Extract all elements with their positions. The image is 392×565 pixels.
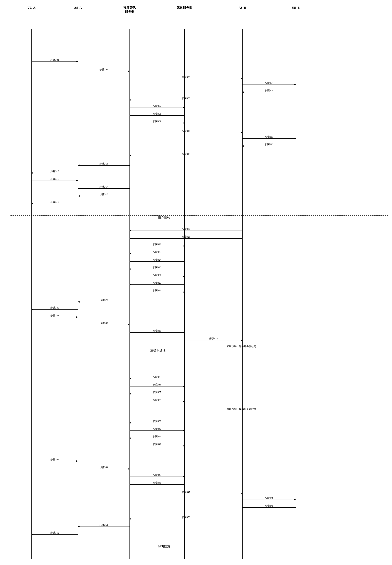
arrow-s348 — [242, 500, 296, 500]
arrow-label-s320: 步骤320 — [179, 227, 193, 231]
arrow-label-s315: 步骤315 — [47, 170, 62, 173]
arrow-label-s338: 步骤338 — [150, 398, 164, 402]
arrow-label-s337: 步骤337 — [150, 391, 164, 394]
arrow-label-s331: 步骤331 — [47, 314, 62, 317]
arrow-label-s345: 步骤345 — [150, 473, 164, 477]
arrow-s314 — [78, 165, 129, 166]
arrow-s312 — [242, 146, 296, 146]
arrow-label-s343: 步骤343 — [47, 458, 62, 461]
arrow-label-s351: 步骤351 — [97, 523, 111, 527]
arrow-label-s347: 步骤347 — [179, 491, 193, 494]
section-label-2: 呼叫结束 — [152, 545, 176, 549]
arrow-label-s316: 步骤316 — [47, 177, 62, 181]
arrow-s306 — [129, 100, 242, 100]
annotation-1: 被叫按键，媒体服务器收号 — [227, 407, 256, 411]
arrow-label-s332: 步骤332 — [97, 321, 111, 325]
arrow-label-s319: 步骤319 — [47, 200, 62, 204]
arrow-s347 — [129, 494, 242, 494]
arrow-s351 — [78, 526, 129, 527]
arrow-label-s348: 步骤348 — [262, 496, 276, 500]
arrow-label-s307: 步骤307 — [150, 104, 164, 108]
arrow-s310 — [129, 133, 242, 133]
annotation-0: 被叫按键，媒体服务器收号 — [227, 345, 256, 348]
arrow-label-s350: 步骤350 — [179, 516, 193, 519]
arrow-s315 — [31, 173, 78, 173]
arrow-s323 — [129, 254, 184, 254]
arrow-s328 — [129, 292, 184, 292]
arrow-s344 — [78, 469, 129, 469]
sequence-diagram: UE_AAS_A视频替代 服务器媒体服务器AS_BUE_B用户振铃主被叫通话呼叫… — [0, 0, 392, 565]
arrow-s304 — [242, 85, 296, 85]
arrow-label-s325: 步骤325 — [150, 266, 164, 269]
arrow-label-s301: 步骤301 — [47, 58, 62, 62]
arrow-s321 — [129, 238, 242, 239]
arrow-label-s313: 步骤313 — [179, 152, 193, 156]
arrow-label-s326: 步骤326 — [150, 273, 164, 277]
arrow-label-s322: 步骤322 — [150, 243, 164, 246]
arrow-s342 — [129, 446, 184, 446]
arrow-s301 — [31, 61, 78, 62]
arrow-label-s327: 步骤327 — [150, 281, 164, 285]
arrow-s339 — [129, 423, 184, 423]
arrow-s311 — [242, 138, 296, 139]
arrow-s349 — [242, 507, 296, 508]
arrow-label-s302: 步骤302 — [97, 68, 111, 71]
lifeline-ms — [184, 29, 185, 559]
arrow-label-s328: 步骤328 — [150, 289, 164, 292]
arrow-s330 — [31, 309, 78, 310]
arrow-label-s306: 步骤306 — [179, 97, 193, 100]
arrow-s346 — [129, 484, 184, 485]
arrow-label-s336: 步骤336 — [150, 383, 164, 387]
arrow-s336 — [129, 386, 184, 387]
arrow-label-s308: 步骤308 — [150, 112, 164, 116]
arrow-label-s352: 步骤352 — [47, 531, 62, 535]
arrow-label-s335: 步骤335 — [150, 375, 164, 379]
arrow-label-s309: 步骤309 — [150, 120, 164, 123]
divider-0 — [11, 215, 388, 216]
section-label-0: 用户振铃 — [152, 216, 176, 220]
arrow-s322 — [129, 246, 184, 246]
arrow-label-s329: 步骤329 — [97, 298, 111, 302]
arrow-label-s323: 步骤323 — [150, 250, 164, 254]
col-header-as_b: AS_B — [232, 6, 253, 10]
arrow-s337 — [129, 394, 184, 394]
arrow-s332 — [78, 325, 129, 325]
divider-1 — [11, 348, 388, 348]
arrow-label-s334: 步骤334 — [206, 337, 221, 340]
lifeline-as_b — [242, 29, 243, 559]
lifeline-vss — [129, 29, 130, 559]
arrow-label-s344: 步骤344 — [97, 466, 111, 469]
arrow-s305 — [242, 92, 296, 92]
arrow-label-s312: 步骤312 — [262, 143, 276, 146]
arrow-s352 — [31, 534, 78, 535]
arrow-label-s314: 步骤314 — [97, 162, 111, 166]
arrow-s334 — [184, 340, 242, 340]
arrow-label-s305: 步骤305 — [262, 89, 276, 92]
arrow-s325 — [129, 269, 184, 269]
col-header-as_a: AS_A — [68, 6, 88, 10]
arrow-label-s303: 步骤303 — [179, 75, 193, 79]
lifeline-ue_b — [296, 29, 296, 559]
arrow-s324 — [129, 261, 184, 262]
arrow-label-s304: 步骤304 — [262, 81, 276, 85]
lifeline-as_a — [78, 29, 78, 559]
arrow-label-s346: 步骤346 — [150, 481, 164, 485]
col-header-vss: 视频替代 服务器 — [119, 6, 140, 14]
arrow-label-s339: 步骤339 — [150, 420, 164, 423]
arrow-s343 — [31, 461, 78, 461]
arrow-s316 — [31, 181, 78, 181]
arrow-label-s321: 步骤321 — [179, 235, 193, 239]
arrow-s338 — [129, 402, 184, 402]
col-header-ue_a: UE_A — [21, 6, 42, 10]
col-header-ue_b: UE_B — [285, 6, 306, 10]
arrow-s307 — [129, 108, 184, 108]
arrow-label-s340: 步骤340 — [150, 427, 164, 431]
arrow-label-s310: 步骤310 — [179, 129, 193, 133]
arrow-s333 — [129, 332, 184, 333]
arrow-label-s311: 步骤311 — [262, 135, 276, 139]
arrow-label-s342: 步骤342 — [150, 443, 164, 446]
arrow-label-s330: 步骤330 — [47, 306, 62, 310]
divider-2 — [11, 544, 388, 544]
arrow-s327 — [129, 284, 184, 285]
section-label-1: 主被叫通话 — [146, 349, 170, 352]
